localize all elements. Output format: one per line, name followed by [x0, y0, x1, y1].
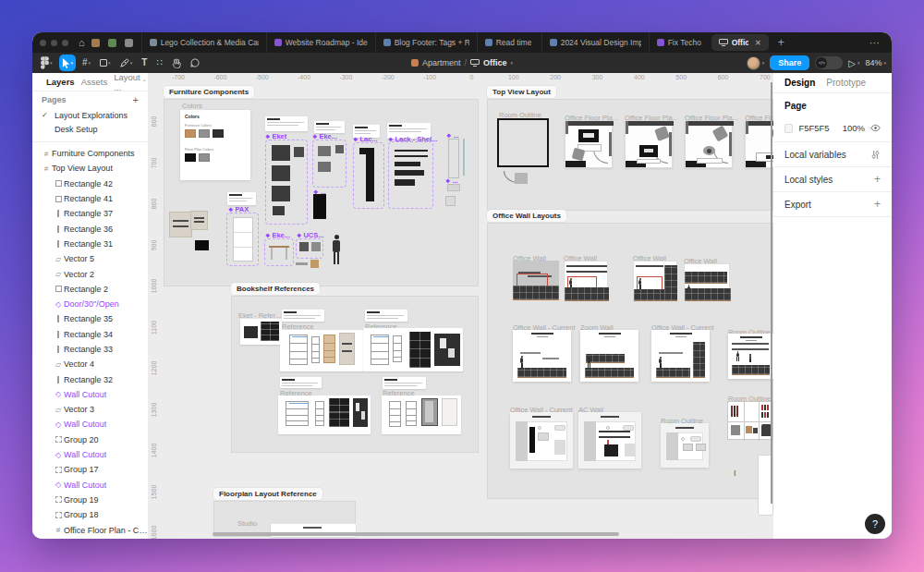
- layer-row[interactable]: Rectangle 32: [32, 371, 148, 386]
- office-wall-card[interactable]: [728, 334, 773, 379]
- close-icon[interactable]: ✕: [755, 39, 761, 47]
- office-wall-elevation[interactable]: [633, 261, 677, 300]
- tab-lego-collection-media-ca[interactable]: Lego Collection & Media Cards: [141, 32, 266, 53]
- local-variables-row[interactable]: Local variables: [773, 142, 892, 167]
- section-label-chip[interactable]: Office Wall Layouts: [487, 210, 566, 222]
- tab-fix-techo[interactable]: Fix Techo: [649, 32, 710, 53]
- office-floor-plan[interactable]: [565, 120, 613, 168]
- variables-icon[interactable]: [870, 150, 881, 160]
- layer-row[interactable]: ◇Wall Cutout: [32, 478, 148, 493]
- canvas-rect[interactable]: [463, 139, 465, 176]
- page-color-hex[interactable]: F5F5F5: [798, 123, 829, 133]
- add-page-button[interactable]: +: [133, 94, 139, 105]
- bookshelf-drawing[interactable]: [315, 401, 324, 426]
- canvas-text[interactable]: I: [734, 469, 736, 478]
- layer-row[interactable]: Group 19: [32, 493, 148, 507]
- canvas-rect[interactable]: [272, 165, 290, 181]
- tab-overflow-button[interactable]: ⋯: [869, 37, 884, 49]
- reference-photo[interactable]: [434, 334, 460, 366]
- canvas-rect[interactable]: [234, 232, 252, 233]
- frame-name-label[interactable]: Colors: [182, 102, 202, 110]
- window-minimize-button[interactable]: [51, 40, 57, 46]
- sticky-note[interactable]: [365, 310, 407, 322]
- office-floor-plan[interactable]: [625, 120, 673, 168]
- layer-row[interactable]: ◇Wall Cutout: [32, 447, 148, 462]
- tab-assets[interactable]: Assets: [81, 77, 108, 87]
- section-label-chip[interactable]: Floorplan Layout Reference: [213, 488, 322, 500]
- tab-2024-visual-design-impro[interactable]: 2024 Visual Design Improvement:: [541, 32, 649, 53]
- canvas-rect[interactable]: [310, 260, 319, 268]
- canvas-rect[interactable]: [272, 145, 290, 161]
- page-dropdown[interactable]: Layout ... ⌃: [114, 73, 147, 92]
- dark-bookshelf[interactable]: [409, 332, 431, 368]
- canvas-rect[interactable]: [294, 147, 304, 157]
- tab-office[interactable]: Office✕: [711, 34, 769, 51]
- canvas-rect[interactable]: [395, 155, 428, 157]
- layer-row[interactable]: Rectangle 2: [32, 282, 148, 297]
- canvas-rect[interactable]: [395, 170, 424, 176]
- canvas[interactable]: -700-600-500-400-300-200-100010020030040…: [148, 73, 773, 539]
- shape-tool-button[interactable]: ▾: [97, 55, 114, 71]
- share-button[interactable]: Share: [770, 55, 809, 70]
- page-color-opacity[interactable]: 100%: [843, 123, 865, 133]
- person-figure[interactable]: [330, 235, 344, 264]
- layer-row[interactable]: Group 18: [32, 507, 148, 522]
- office-wall-card[interactable]: [513, 330, 571, 382]
- add-export-button[interactable]: +: [874, 198, 881, 211]
- bookshelf-drawing[interactable]: [289, 335, 308, 365]
- canvas-outline[interactable]: [448, 139, 459, 178]
- sticky-note[interactable]: [227, 192, 256, 205]
- wall-detail-card[interactable]: [510, 412, 573, 469]
- page-color-swatch[interactable]: [784, 124, 793, 133]
- layer-row[interactable]: #Furniture Components: [32, 146, 148, 161]
- layer-row[interactable]: Group 20: [32, 432, 148, 447]
- canvas-rect[interactable]: [271, 248, 273, 260]
- canvas-rect[interactable]: [318, 162, 331, 172]
- frame-tool-button[interactable]: # ▾: [79, 55, 93, 71]
- sticky-note[interactable]: [265, 116, 308, 131]
- pinned-tab-3-icon[interactable]: [125, 39, 133, 47]
- eye-icon[interactable]: [870, 124, 881, 132]
- canvas-rect[interactable]: [303, 527, 322, 529]
- bookshelf-drawing[interactable]: [393, 335, 402, 362]
- room-outline-photos[interactable]: [727, 401, 773, 440]
- section-label-chip[interactable]: Furniture Components: [164, 86, 254, 98]
- reference-photo[interactable]: [169, 212, 192, 237]
- layer-row[interactable]: ◇Door/30"/Open: [32, 297, 148, 311]
- bookshelf-drawing[interactable]: [323, 335, 335, 363]
- bookshelf-drawing[interactable]: [311, 336, 320, 363]
- comment-tool-button[interactable]: [188, 55, 202, 71]
- section-label-chip[interactable]: Bookshelf References: [231, 283, 320, 295]
- canvas-rect[interactable]: [296, 262, 308, 265]
- canvas-outline[interactable]: [233, 217, 253, 262]
- canvas-rect[interactable]: [447, 184, 460, 191]
- tab-prototype[interactable]: Prototype: [826, 78, 866, 88]
- canvas-rect[interactable]: [272, 186, 290, 201]
- pinned-tab-2-icon[interactable]: [108, 39, 116, 47]
- canvas-rect[interactable]: [359, 148, 366, 154]
- tab-design[interactable]: Design: [784, 78, 815, 88]
- tab-website-roadmap-ideas-fe[interactable]: Website Roadmap - Ideas, Featur: [266, 32, 375, 53]
- canvas-rect[interactable]: [395, 150, 428, 152]
- chevron-down-icon[interactable]: ▾: [511, 60, 514, 66]
- tab-blog-footer-tags-related[interactable]: Blog Footer: Tags + Related Articl: [375, 32, 477, 53]
- new-tab-button[interactable]: +: [778, 36, 784, 49]
- layer-row[interactable]: Rectangle 36: [32, 221, 148, 236]
- canvas-rect[interactable]: [445, 196, 456, 206]
- canvas-rect[interactable]: [515, 173, 528, 184]
- layer-row[interactable]: ◇Wall Cutout: [32, 417, 148, 432]
- local-styles-row[interactable]: Local styles +: [773, 167, 892, 192]
- office-floor-plan[interactable]: [745, 120, 773, 168]
- office-wall-elevation[interactable]: [513, 261, 559, 300]
- layer-row[interactable]: Rectangle 35: [32, 311, 148, 326]
- help-button[interactable]: ?: [865, 514, 885, 534]
- breadcrumb-project[interactable]: Apartment: [422, 58, 461, 67]
- canvas-rect[interactable]: [318, 146, 331, 156]
- present-button[interactable]: ▷ ▾: [848, 58, 859, 68]
- layer-row[interactable]: ▱Vector 5: [32, 251, 148, 266]
- bookshelf-drawing[interactable]: [389, 401, 401, 427]
- pinned-tab-1-icon[interactable]: [91, 39, 100, 47]
- layer-row[interactable]: ▱Vector 4: [32, 357, 148, 371]
- canvas-rect[interactable]: [195, 240, 209, 250]
- layer-row[interactable]: #Office Floor Plan - Current: [32, 522, 148, 537]
